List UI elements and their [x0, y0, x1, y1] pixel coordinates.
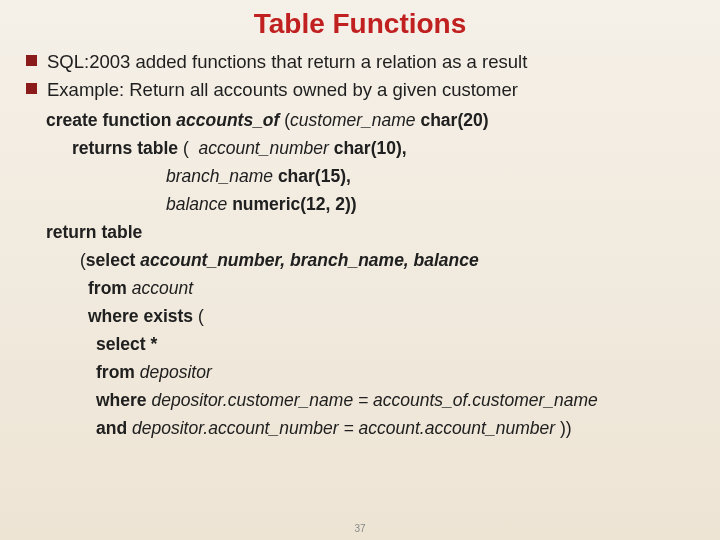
bullet-icon: [26, 55, 37, 66]
code-line: where depositor.customer_name = accounts…: [46, 386, 700, 414]
code-line: returns table ( account_number char(10),: [46, 134, 700, 162]
bullet-item: SQL:2003 added functions that return a r…: [26, 50, 700, 74]
code-line: from depositor: [46, 358, 700, 386]
code-line: create function accounts_of (customer_na…: [46, 106, 700, 134]
code-line: balance numeric(12, 2)): [46, 190, 700, 218]
code-line: (select account_number, branch_name, bal…: [46, 246, 700, 274]
code-line: branch_name char(15),: [46, 162, 700, 190]
code-line: from account: [46, 274, 700, 302]
slide-title: Table Functions: [20, 8, 700, 40]
bullet-icon: [26, 83, 37, 94]
bullet-text: Example: Return all accounts owned by a …: [47, 78, 518, 102]
slide-number: 37: [354, 523, 365, 534]
code-line: select *: [46, 330, 700, 358]
code-line: where exists (: [46, 302, 700, 330]
bullet-item: Example: Return all accounts owned by a …: [26, 78, 700, 102]
code-block: create function accounts_of (customer_na…: [46, 106, 700, 442]
code-line: and depositor.account_number = account.a…: [46, 414, 700, 442]
bullet-text: SQL:2003 added functions that return a r…: [47, 50, 527, 74]
code-line: return table: [46, 218, 700, 246]
